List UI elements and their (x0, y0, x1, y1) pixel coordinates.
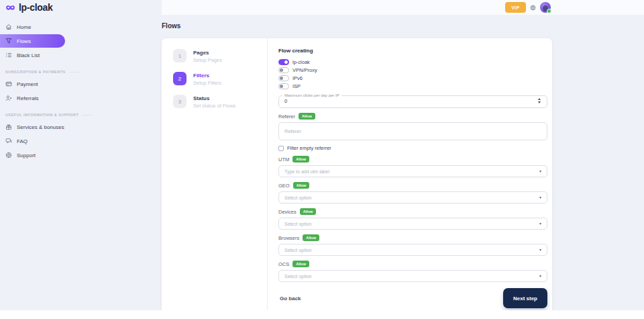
sidebar-item-faq[interactable]: FAQ (0, 134, 162, 148)
chevron-down-icon: ▾ (539, 274, 541, 278)
go-back-button[interactable]: Go back (278, 293, 303, 304)
referer-label: Referer (278, 113, 295, 120)
sidebar-item-label: Services & bonuses (17, 124, 64, 130)
ocs-label-row: OCS Allow (278, 261, 547, 267)
number-stepper[interactable] (537, 97, 541, 104)
toggle-label: IPv6 (292, 75, 303, 81)
sidebar-item-black-list[interactable]: Black List (0, 48, 162, 62)
next-step-button[interactable]: Next step (503, 288, 547, 308)
step-number: 2 (173, 72, 186, 85)
main-content: Flows 1 Pages Setup Pages 2 Filters (162, 15, 644, 310)
devices-allow-badge[interactable]: Allow (300, 208, 317, 215)
referer-input[interactable] (278, 122, 547, 140)
sidebar-item-payment[interactable]: Payment (0, 77, 162, 91)
utm-combobox[interactable]: Type to add utm label ▾ (278, 165, 547, 177)
sidebar-section-support: Useful information & support (0, 113, 162, 117)
list-icon (5, 52, 12, 58)
toggle-row-lp-cloak: lp-cloak (278, 58, 547, 66)
chevron-down-icon: ▾ (539, 195, 541, 199)
step-status[interactable]: 3 Status Set status of Flows (173, 95, 267, 109)
browsers-label: Browsers (278, 235, 299, 241)
step-title: Filters (193, 72, 221, 79)
mask-icon (5, 4, 15, 11)
filter-empty-referrer-label: Filter empty referrer (287, 145, 331, 151)
flow-card: 1 Pages Setup Pages 2 Filters Setup Filt… (162, 38, 552, 316)
sidebar-item-label: Black List (17, 52, 40, 58)
devices-select[interactable]: Select option ▾ (278, 218, 547, 230)
filter-empty-referrer-row: Filter empty referrer (278, 145, 547, 151)
sidebar-item-label: Referrals (17, 95, 38, 101)
ocs-select[interactable]: Select option ▾ (278, 270, 547, 282)
sidebar-item-support[interactable]: Support (0, 148, 162, 162)
chevron-down-icon: ▾ (539, 248, 541, 252)
browsers-label-row: Browsers Allow (278, 234, 547, 241)
browsers-placeholder: Select option (284, 248, 311, 253)
user-avatar[interactable] (540, 2, 551, 13)
lp-cloak-toggle[interactable] (278, 59, 289, 65)
devices-placeholder: Select option (284, 222, 311, 226)
utm-placeholder: Type to add utm label (284, 169, 329, 174)
flow-form: Flow creating lp-cloak VPN/Proxy IPv6 (268, 38, 552, 316)
lifebuoy-icon (5, 152, 12, 158)
devices-label: Devices (278, 209, 297, 215)
toggle-row-ipv6: IPv6 (278, 75, 547, 82)
ocs-allow-badge[interactable]: Allow (292, 261, 309, 267)
brand[interactable]: lp-cloak (0, 0, 162, 15)
geo-label: GEO (278, 183, 290, 189)
utm-label: UTM (278, 156, 289, 163)
browsers-allow-badge[interactable]: Allow (303, 234, 319, 241)
step-pages[interactable]: 1 Pages Setup Pages (173, 49, 267, 63)
devices-label-row: Devices Allow (278, 208, 547, 215)
chat-icon (5, 138, 12, 144)
sidebar-item-label: FAQ (17, 138, 28, 144)
geo-allow-badge[interactable]: Allow (293, 182, 310, 189)
utm-allow-badge[interactable]: Allow (292, 156, 309, 163)
step-subtitle: Set status of Flows (193, 103, 235, 109)
step-title: Pages (193, 49, 222, 56)
top-bar-actions: VIP (162, 0, 644, 15)
ipv6-toggle[interactable] (278, 75, 289, 81)
referer-label-row: Referer Allow (278, 113, 547, 120)
utm-label-row: UTM Allow (278, 156, 547, 163)
sidebar-item-flows[interactable]: Flows (0, 34, 65, 48)
step-number: 3 (173, 95, 186, 108)
filter-empty-referrer-checkbox[interactable] (278, 146, 284, 151)
chevron-down-icon: ▾ (539, 169, 541, 173)
form-heading: Flow creating (278, 48, 547, 54)
brand-name: lp-cloak (19, 2, 53, 13)
ocs-placeholder: Select option (284, 274, 311, 279)
step-title: Status (193, 95, 235, 101)
ocs-label: OCS (278, 261, 289, 267)
referer-allow-badge[interactable]: Allow (299, 113, 315, 120)
step-number: 1 (173, 49, 186, 62)
sidebar-item-home[interactable]: Home (0, 20, 162, 34)
person-plus-icon (5, 95, 12, 101)
isp-toggle[interactable] (278, 83, 289, 89)
step-subtitle: Setup Filters (193, 80, 221, 86)
step-filters[interactable]: 2 Filters Setup Filters (173, 72, 267, 86)
sidebar-item-label: Payment (17, 81, 38, 87)
sidebar-item-services-bonuses[interactable]: Services & bonuses (0, 120, 162, 134)
sidebar-item-referrals[interactable]: Referrals (0, 91, 162, 105)
max-clicks-label: Maximum clicks per day per IP (282, 93, 341, 97)
globe-icon[interactable] (530, 5, 536, 11)
flows-icon (5, 38, 12, 44)
sidebar-section-subscription: Subscription & Payments (0, 70, 162, 74)
footer-bar (0, 310, 644, 319)
app-window: lp-cloak VIP Home (0, 0, 644, 319)
geo-placeholder: Select option (284, 195, 311, 200)
sidebar: Home Flows Black List Subscription & Pay… (0, 15, 162, 310)
vpn-proxy-toggle[interactable] (278, 67, 289, 73)
sidebar-item-label: Flows (17, 38, 31, 44)
vip-button[interactable]: VIP (505, 2, 526, 13)
toggle-label: ISP (292, 83, 301, 89)
credit-card-icon (5, 81, 12, 87)
browsers-select[interactable]: Select option ▾ (278, 244, 547, 256)
gift-icon (5, 124, 12, 130)
geo-select[interactable]: Select option ▾ (278, 191, 547, 203)
sidebar-item-label: Home (17, 24, 31, 30)
toggle-row-isp: ISP (278, 83, 547, 90)
max-clicks-input[interactable] (284, 98, 537, 104)
chevron-down-icon: ▾ (539, 222, 541, 226)
max-clicks-field: Maximum clicks per day per IP (278, 93, 547, 108)
